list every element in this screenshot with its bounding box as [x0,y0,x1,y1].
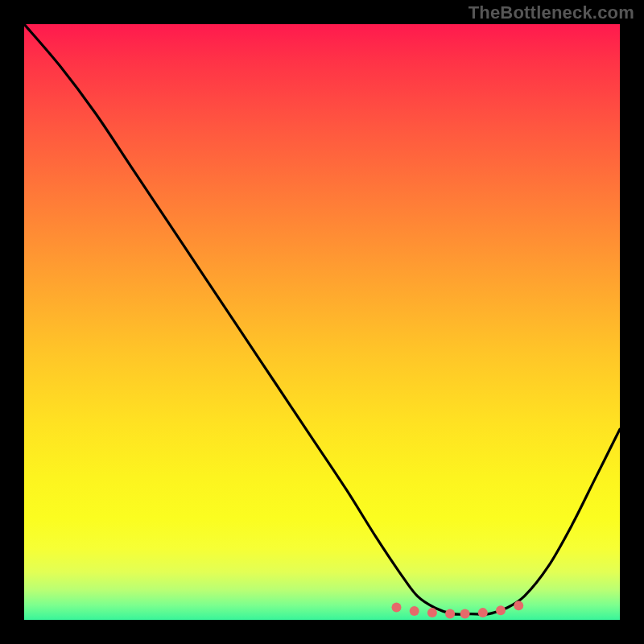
plot-area [24,24,620,620]
attribution-label: TheBottleneck.com [469,2,634,23]
chart-frame: TheBottleneck.com [0,0,644,644]
highlight-dot [410,606,419,616]
highlight-dot [427,608,437,617]
highlight-markers [392,601,524,618]
highlight-dot [460,609,470,619]
curve-line [24,24,620,614]
highlight-dot [478,608,488,617]
highlight-dot [496,605,506,615]
highlight-dot [514,601,523,610]
highlight-dot [445,609,455,619]
highlight-dot [392,602,402,612]
chart-svg [24,24,620,620]
